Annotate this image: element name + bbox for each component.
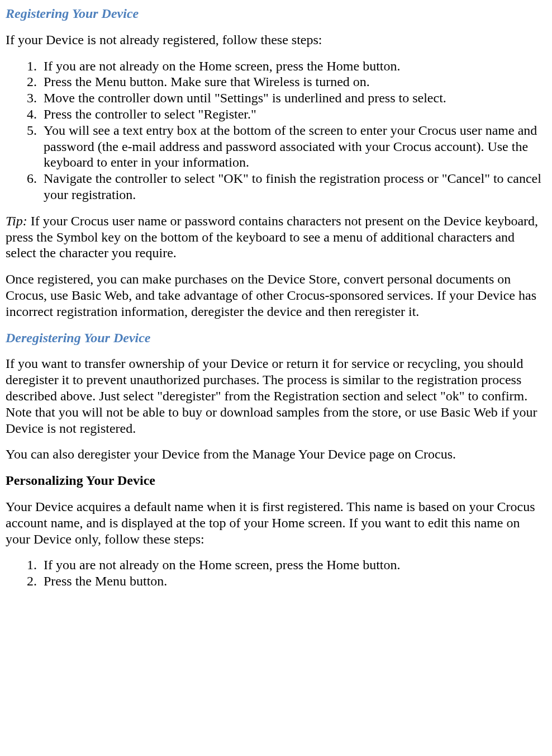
list-item: You will see a text entry box at the bot… [40, 122, 546, 171]
paragraph-tip: Tip: If your Crocus user name or passwor… [6, 213, 546, 261]
paragraph-deregister-manage: You can also deregister your Device from… [6, 446, 546, 462]
list-item: Move the controller down until "Settings… [40, 90, 546, 106]
paragraph-once-registered: Once registered, you can make purchases … [6, 271, 546, 319]
list-item: If you are not already on the Home scree… [40, 58, 546, 74]
paragraph-personalize: Your Device acquires a default name when… [6, 499, 546, 547]
paragraph-deregister: If you want to transfer ownership of you… [6, 356, 546, 436]
list-item: Press the Menu button. [40, 573, 546, 589]
tip-body: If your Crocus user name or password con… [6, 214, 538, 261]
list-item: Press the Menu button. Make sure that Wi… [40, 74, 546, 90]
paragraph-intro: If your Device is not already registered… [6, 32, 546, 48]
list-register-steps: If you are not already on the Home scree… [6, 58, 546, 203]
list-item: Navigate the controller to select "OK" t… [40, 171, 546, 203]
list-item: If you are not already on the Home scree… [40, 557, 546, 573]
tip-label: Tip: [6, 214, 27, 228]
heading-deregistering: Deregistering Your Device [6, 330, 546, 346]
heading-registering: Registering Your Device [6, 6, 546, 22]
list-item: Press the controller to select "Register… [40, 106, 546, 122]
heading-personalizing: Personalizing Your Device [6, 472, 546, 489]
list-personalize-steps: If you are not already on the Home scree… [6, 557, 546, 589]
